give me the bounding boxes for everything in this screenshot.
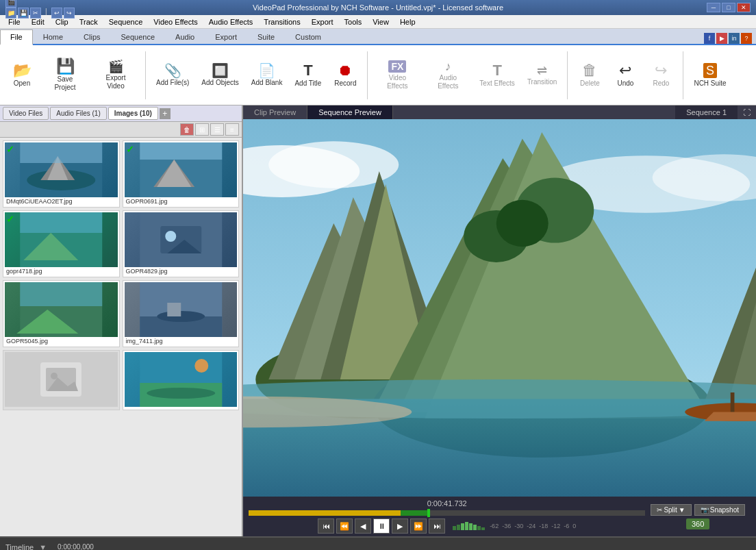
menu-track[interactable]: Track	[74, 16, 103, 27]
add-tab-button[interactable]: +	[160, 108, 171, 119]
grid-view-button[interactable]: ⊞	[195, 123, 209, 136]
ribbon-separator-4	[683, 51, 683, 99]
menu-view[interactable]: View	[367, 16, 394, 27]
next-frame-button[interactable]: ⏩	[410, 518, 427, 534]
export-video-button[interactable]: 🎬 Export Video	[92, 49, 140, 102]
video-effects-icon: FX	[388, 60, 406, 73]
text-effects-button[interactable]: T Text Effects	[475, 49, 520, 102]
media-item-4[interactable]: GOPR4829.jpg	[123, 210, 240, 277]
media-item-6[interactable]: img_7411.jpg	[123, 280, 240, 347]
audio-effects-button[interactable]: ♪ Audio Effects	[424, 49, 472, 102]
transition-button[interactable]: ⇌ Transition	[522, 49, 562, 102]
media-item-3[interactable]: ✓ gopr4718.jpg	[3, 210, 120, 277]
detail-view-button[interactable]: ≡	[225, 123, 239, 136]
menu-file[interactable]: File	[3, 16, 26, 27]
timeline-dropdown-icon[interactable]: ▼	[39, 543, 47, 551]
ribbon-separator-3	[567, 51, 568, 99]
add-objects-button[interactable]: 🔲 Add Objects	[197, 49, 243, 102]
split-dropdown-icon[interactable]: ▼	[679, 506, 685, 514]
tab-file[interactable]: File	[0, 29, 33, 45]
tab-clips[interactable]: Clips	[73, 29, 110, 44]
pause-button[interactable]: ⏸	[373, 518, 390, 534]
window-title: VideoPad Professional by NCH Software - …	[253, 3, 503, 12]
tab-audio-files[interactable]: Audio Files (1)	[50, 107, 106, 120]
menu-sequence[interactable]: Sequence	[103, 16, 149, 27]
skip-to-end-button[interactable]: ⏭	[429, 518, 445, 534]
tab-audio[interactable]: Audio	[165, 29, 205, 44]
playhead-indicator	[427, 509, 430, 517]
add-files-button[interactable]: 📎 Add File(s)	[151, 49, 194, 102]
tab-suite[interactable]: Suite	[247, 29, 285, 44]
nch-suite-button[interactable]: S NCH Suite	[689, 49, 731, 102]
tab-export[interactable]: Export	[205, 29, 247, 44]
minimize-button[interactable]: ─	[707, 3, 720, 12]
social-icon-2[interactable]: ▶	[716, 33, 727, 44]
save-button[interactable]: 💾 Save Project	[41, 49, 89, 102]
timeline-header: Timeline ▼ 0:00:00,000	[0, 538, 756, 550]
add-blank-button[interactable]: 📄 Add Blank	[247, 49, 288, 102]
save-icon: 💾	[56, 59, 75, 74]
add-title-icon: T	[303, 63, 312, 78]
svg-point-15	[165, 231, 176, 242]
add-blank-icon: 📄	[258, 64, 275, 77]
tab-sequence[interactable]: Sequence	[111, 29, 166, 44]
clip-preview-tab[interactable]: Clip Preview	[243, 105, 307, 119]
vr360-button[interactable]: 360	[686, 518, 709, 529]
ribbon-separator-1	[145, 51, 146, 99]
open-icon: 📂	[13, 63, 32, 78]
redo-button[interactable]: ↪ Redo	[644, 49, 677, 102]
menu-edit[interactable]: Edit	[26, 16, 50, 27]
menu-video-effects[interactable]: Video Effects	[148, 16, 203, 27]
undo-button[interactable]: ↩ Undo	[609, 49, 642, 102]
expand-preview-button[interactable]: ⛶	[738, 105, 756, 119]
delete-button[interactable]: 🗑 Delete	[573, 49, 606, 102]
menu-tools[interactable]: Tools	[339, 16, 368, 27]
scissors-icon: ✂	[657, 506, 662, 514]
help-icon[interactable]: ?	[741, 33, 752, 44]
snapshot-button[interactable]: 📷 Snapshot	[694, 504, 745, 516]
redo-icon: ↪	[655, 63, 667, 78]
close-button[interactable]: ✕	[737, 3, 751, 12]
record-button[interactable]: ⏺ Record	[329, 49, 362, 102]
menu-transitions[interactable]: Transitions	[258, 16, 305, 27]
add-objects-icon: 🔲	[212, 64, 229, 77]
play-button[interactable]: ▶	[392, 518, 408, 534]
tab-images[interactable]: Images (10)	[108, 107, 158, 120]
audio-level-labels: -62-36-30-24-18-12-60	[490, 523, 576, 529]
window-controls: ─ □ ✕	[707, 3, 751, 12]
menu-clip[interactable]: Clip	[50, 16, 74, 27]
media-item-7[interactable]	[3, 350, 120, 410]
tab-home[interactable]: Home	[33, 29, 73, 44]
skip-to-start-button[interactable]: ⏮	[318, 518, 334, 534]
menubar: File Edit Clip Track Sequence Video Effe…	[0, 15, 756, 29]
social-icon-3[interactable]: in	[729, 33, 740, 44]
menu-audio-effects[interactable]: Audio Effects	[203, 16, 259, 27]
progress-bar[interactable]	[249, 510, 645, 516]
add-title-button[interactable]: T Add Title	[290, 49, 326, 102]
svg-rect-20	[20, 282, 102, 306]
list-view-button[interactable]: ☰	[210, 123, 224, 136]
social-icon-1[interactable]: f	[704, 33, 715, 44]
maximize-button[interactable]: □	[722, 3, 735, 12]
vol-bar-1	[453, 526, 456, 530]
media-item-8[interactable]	[123, 350, 240, 410]
rewind-button[interactable]: ◀	[355, 518, 371, 534]
menu-help[interactable]: Help	[394, 16, 421, 27]
file-tabs: Video Files Audio Files (1) Images (10) …	[0, 105, 242, 122]
tab-custom[interactable]: Custom	[285, 29, 331, 44]
media-label-4: GOPR4829.jpg	[125, 267, 238, 275]
ribbon: 📂 Open 💾 Save Project 🎬 Export Video 📎 A…	[0, 45, 756, 105]
media-item-2[interactable]: ✓ GOPR0691.jpg	[123, 140, 240, 208]
open-button[interactable]: 📂 Open	[5, 49, 38, 102]
delete-media-button[interactable]: 🗑	[180, 123, 194, 136]
sequence-preview-tab[interactable]: Sequence Preview	[307, 105, 393, 119]
media-item-5[interactable]: GOPR5045.jpg	[3, 280, 120, 347]
media-item-1[interactable]: ✓ DMqt6CiUEAAO2ET.jpg	[3, 140, 120, 208]
tab-video-files[interactable]: Video Files	[3, 107, 49, 120]
split-button[interactable]: ✂ Split ▼	[651, 504, 691, 516]
record-icon: ⏺	[338, 63, 353, 78]
menu-export[interactable]: Export	[306, 16, 339, 27]
previous-frame-button[interactable]: ⏪	[336, 518, 353, 534]
svg-point-49	[496, 200, 549, 247]
video-effects-button[interactable]: FX Video Effects	[373, 49, 421, 102]
